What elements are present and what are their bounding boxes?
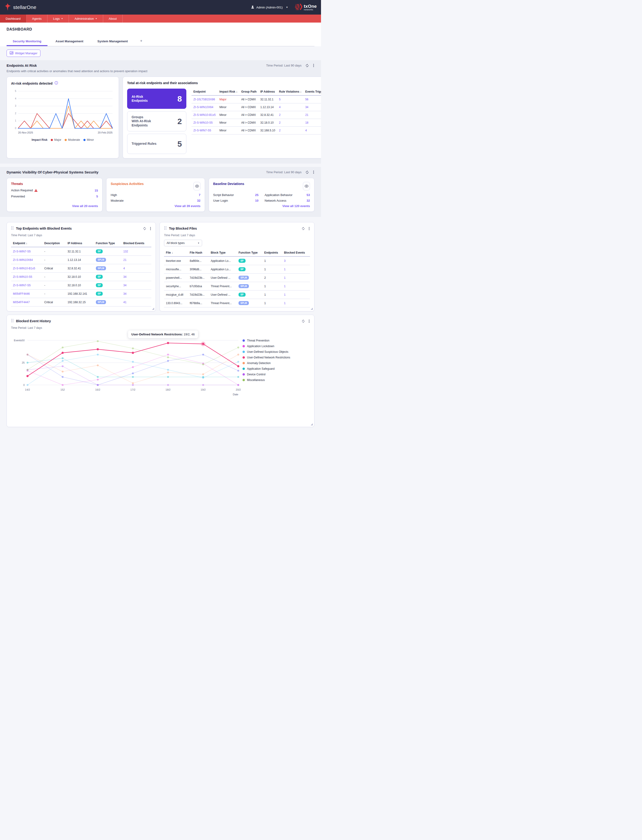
rule-violations-link[interactable]: 4 [279,105,280,109]
legend-item-miscellaneous: Miscellaneous [243,378,298,382]
blocked-events-link[interactable]: 3 [284,259,285,263]
view-all-suspicious-link[interactable]: View all 39 events [111,203,201,208]
refresh-icon[interactable] [302,227,305,230]
blocked-events-link[interactable]: 1 [284,285,285,288]
nav-item-administration[interactable]: Administration▼ [69,15,103,23]
section-title: Endpoints At Risk [6,63,37,68]
drag-handle-icon[interactable] [11,319,14,323]
eye-icon[interactable] [303,182,310,190]
stat-box-at-risk[interactable]: At-Risk Endpoints8 [127,89,186,109]
blocked-events-link[interactable]: 34 [123,292,126,295]
events-triggered-link[interactable]: 4 [305,129,307,132]
endpoint-link[interactable]: ZI-S-WIN10-B1x5 [13,267,35,270]
rule-violations-link[interactable]: 2 [279,121,280,124]
endpoint-link[interactable]: ZI-10LTSB15X86 [193,98,215,101]
events-triggered-link[interactable]: 56 [305,98,308,101]
nav-item-about[interactable]: About [103,15,123,23]
events-triggered-link[interactable]: 34 [305,105,308,109]
description-cell: Critical [42,298,66,306]
events-triggered-link[interactable]: 21 [305,113,308,117]
endpoint-link[interactable]: ZI-S-WIN10-B1x5 [193,113,216,117]
drag-handle-icon[interactable] [164,226,167,231]
kebab-menu-icon[interactable] [308,319,310,323]
table-header-row: Endpoint ↓DescriptionIP AddressFunction … [11,240,151,247]
endpoint-link[interactable]: ZI-S-WIN10-S5 [13,275,32,279]
blocked-events-link[interactable]: 34 [123,284,126,287]
endpoint-link[interactable]: ZI-S-WIN10X64 [193,105,213,109]
refresh-icon[interactable] [302,319,305,323]
legend-label: Anomaly Detection [247,362,271,365]
events-triggered-link[interactable]: 18 [305,121,308,124]
endpoint-link[interactable]: M054FF4447 [13,301,29,304]
blocked-events-link[interactable]: 1 [284,302,285,305]
blocked-events-link[interactable]: 1 [284,293,285,297]
nav-item-dashboard[interactable]: Dashboard [0,15,26,23]
refresh-icon[interactable] [143,227,146,230]
drag-handle-icon[interactable] [11,226,14,231]
user-menu[interactable]: Admin (Admin-001) ▼ [251,5,288,10]
refresh-icon[interactable] [305,64,309,68]
endpoint-link[interactable]: ZI-S-WIN10X64 [13,258,33,261]
nav-item-logs[interactable]: Logs▼ [47,15,69,23]
blocked-events-link[interactable]: 1 [284,268,285,271]
kebab-menu-icon[interactable] [150,227,151,230]
column-header-endpoint[interactable]: Endpoint ↓ [11,240,42,247]
kebab-menu-icon[interactable] [313,63,315,68]
kebab-menu-icon[interactable] [308,227,310,230]
column-header-ip-address: IP Address [66,240,94,247]
tab-security-monitoring[interactable]: Security Monitoring [6,37,47,46]
resize-handle[interactable] [311,308,313,310]
column-header-file[interactable]: File ↓ [164,250,188,256]
blocked-events-link[interactable]: 4 [123,267,125,270]
endpoint-link[interactable]: ZI-S-WIN7-S5 [193,129,211,132]
endpoint-link[interactable]: ZI-S-WIN7-S5 [13,250,31,253]
rule-violations-link[interactable]: 2 [279,113,280,117]
blocked-events-link[interactable]: 132 [123,250,128,253]
stat-box-groups[interactable]: Groups With At-Risk Endpoints2 [127,111,186,131]
endpoint-cell: ZI-S-WIN10X64 [11,256,42,264]
ip-address-cell: 32.18.0.10 [66,281,94,290]
resize-handle[interactable] [152,308,154,310]
blocked-events-link[interactable]: 21 [123,258,126,261]
column-header-description: Description [42,240,66,247]
view-all-baseline-link[interactable]: View all 120 events [213,203,310,208]
stat-box-triggered-rules[interactable]: Triggered Rules5 [127,134,186,154]
full-list-link[interactable]: Full list [191,137,321,140]
events-triggered-cell: 18 [303,119,321,126]
column-header-rule-violations[interactable]: Rule Violations ↓ [277,89,303,96]
rule-violations-link[interactable]: 2 [279,129,280,132]
blocked-events-link[interactable]: 41 [123,301,126,304]
endpoint-link[interactable]: ZI-S-WIN7-S5 [13,284,31,287]
column-header-impact-risk[interactable]: Impact Risk ↓ [217,89,240,96]
refresh-icon[interactable] [305,170,309,174]
svg-text:17/2: 17/2 [130,388,135,391]
column-header-events-triggered[interactable]: Events Triggered ↓ [303,89,321,96]
threats-title: Threats [11,182,98,186]
table-row: ZI-S-WIN10-B1x5Critical32.8.32.41SPLM4 [11,264,151,272]
column-header-function-type: Function Type [94,240,122,247]
tab-asset-management[interactable]: Asset Management [49,37,89,46]
nav-item-agents[interactable]: Agents [26,15,47,23]
svg-text:0: 0 [23,384,25,386]
resize-handle[interactable] [311,423,313,425]
blocked-events-link[interactable]: 34 [123,275,126,279]
blocked-events-link[interactable]: 1 [284,276,285,279]
block-type-filter-select[interactable]: All block types ▼ [164,240,202,246]
view-all-threats-link[interactable]: View all 20 events [11,203,98,208]
tab-system-management[interactable]: System Management [91,37,134,46]
info-icon[interactable] [55,81,58,86]
legend-dot [243,351,245,353]
legend-label: User-Defined Network Restrictions [247,356,290,359]
endpoints-cell: 1 [262,282,282,290]
eye-icon[interactable] [193,182,201,190]
endpoint-link[interactable]: ZI-S-WIN10-S5 [193,121,213,124]
threats-card: Threats Action Required15Prevented5 View… [6,178,102,212]
rule-violations-cell: 4 [277,104,303,111]
endpoint-link[interactable]: M054FF4446 [13,292,29,295]
suspicious-row: Moderate32 [111,199,201,203]
rule-violations-link[interactable]: 5 [279,98,280,101]
legend-dot [65,139,67,141]
widget-manager-button[interactable]: Widget Manager [6,50,41,57]
add-tab-button[interactable]: + [136,37,147,46]
kebab-menu-icon[interactable] [313,170,315,174]
